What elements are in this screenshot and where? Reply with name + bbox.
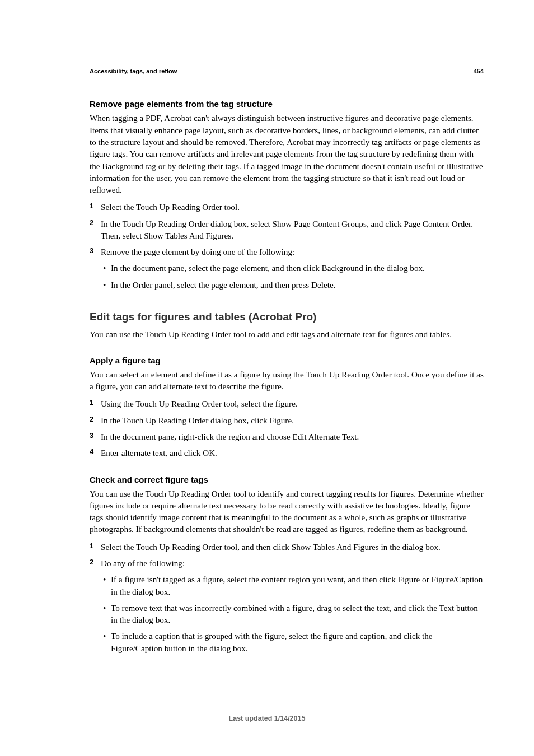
step-number: 4 xyxy=(90,447,93,457)
step-number: 2 xyxy=(90,414,93,424)
heading-check-figure: Check and correct figure tags xyxy=(90,474,484,486)
page-number: 454 xyxy=(470,67,484,78)
list-item: 3Remove the page element by doing one of… xyxy=(90,246,484,291)
heading-apply-figure: Apply a figure tag xyxy=(90,354,484,366)
page-container: 454 Accessibility, tags, and reflow Remo… xyxy=(0,0,534,756)
step-number: 1 xyxy=(90,201,93,211)
list-check-steps: 1Select the Touch Up Reading Order tool,… xyxy=(90,541,484,654)
step-text: Select the Touch Up Reading Order tool. xyxy=(101,202,240,212)
step-text: In the Touch Up Reading Order dialog box… xyxy=(101,219,473,240)
list-item: 4Enter alternate text, and click OK. xyxy=(90,447,484,459)
list-item: In the Order panel, select the page elem… xyxy=(101,279,484,291)
section-header: Accessibility, tags, and reflow xyxy=(90,67,484,76)
step-text: In the Touch Up Reading Order dialog box… xyxy=(101,416,294,425)
sublist: In the document pane, select the page el… xyxy=(101,262,484,291)
sub-text: To remove text that was incorrectly comb… xyxy=(111,603,478,624)
list-item: If a figure isn't tagged as a figure, se… xyxy=(101,573,484,598)
heading-remove-elements: Remove page elements from the tag struct… xyxy=(90,98,484,110)
list-remove-steps: 1Select the Touch Up Reading Order tool.… xyxy=(90,201,484,291)
step-number: 2 xyxy=(90,218,93,228)
step-text: Remove the page element by doing one of … xyxy=(101,247,294,256)
step-text: Using the Touch Up Reading Order tool, s… xyxy=(101,399,298,408)
sub-text: In the Order panel, select the page elem… xyxy=(111,280,335,290)
list-item: 2In the Touch Up Reading Order dialog bo… xyxy=(90,218,484,242)
sub-text: If a figure isn't tagged as a figure, se… xyxy=(111,575,483,596)
list-item: 1Using the Touch Up Reading Order tool, … xyxy=(90,398,484,409)
list-item: To include a caption that is grouped wit… xyxy=(101,630,484,654)
step-number: 3 xyxy=(90,246,93,256)
list-item: 2Do any of the following: If a figure is… xyxy=(90,557,484,654)
sub-text: In the document pane, select the page el… xyxy=(111,263,425,273)
step-text: Select the Touch Up Reading Order tool, … xyxy=(101,542,441,552)
step-text: In the document pane, right-click the re… xyxy=(101,432,359,441)
list-item: 1Select the Touch Up Reading Order tool,… xyxy=(90,541,484,553)
step-text: Enter alternate text, and click OK. xyxy=(101,448,217,458)
paragraph-check-intro: You can use the Touch Up Reading Order t… xyxy=(90,488,484,535)
list-item: In the document pane, select the page el… xyxy=(101,262,484,274)
paragraph-edit-intro: You can use the Touch Up Reading Order t… xyxy=(90,328,484,340)
list-item: 1Select the Touch Up Reading Order tool. xyxy=(90,201,484,213)
paragraph-apply-intro: You can select an element and define it … xyxy=(90,368,484,393)
list-item: 3In the document pane, right-click the r… xyxy=(90,431,484,442)
heading-edit-tags: Edit tags for figures and tables (Acroba… xyxy=(90,310,484,325)
step-number: 1 xyxy=(90,541,93,551)
list-item: 2In the Touch Up Reading Order dialog bo… xyxy=(90,414,484,426)
step-text: Do any of the following: xyxy=(101,558,185,568)
list-item: To remove text that was incorrectly comb… xyxy=(101,602,484,626)
paragraph-remove-intro: When tagging a PDF, Acrobat can't always… xyxy=(90,112,484,195)
list-apply-steps: 1Using the Touch Up Reading Order tool, … xyxy=(90,398,484,459)
sub-text: To include a caption that is grouped wit… xyxy=(111,631,433,652)
sublist: If a figure isn't tagged as a figure, se… xyxy=(101,573,484,654)
step-number: 1 xyxy=(90,398,93,408)
step-number: 2 xyxy=(90,557,93,567)
step-number: 3 xyxy=(90,431,93,441)
footer-last-updated: Last updated 1/14/2015 xyxy=(0,714,534,724)
